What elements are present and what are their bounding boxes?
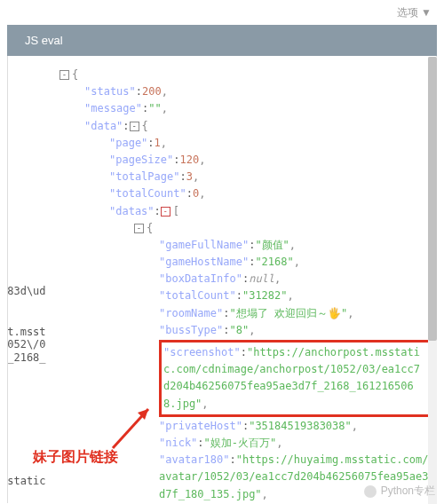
collapse-toggle[interactable]: - [59,70,69,80]
json-value: "颜值" [255,239,289,251]
watermark-text: Python专栏 [381,484,435,499]
json-value: "35184519383038" [249,420,352,432]
collapse-toggle[interactable]: - [130,122,139,131]
json-viewer: d83d\ud st.msst 1052\/0 f_2168_ sstatic … [7,56,437,503]
json-key: "totalPage" [109,170,179,183]
json-value: 120 [179,154,199,166]
json-key: "gameHostName" [159,256,249,268]
json-key: "screenshot" [163,346,241,358]
json-value: 200 [142,85,162,98]
json-value: 1 [155,137,161,149]
scrollbar-thumb[interactable] [428,57,437,341]
collapse-toggle[interactable]: - [134,224,144,233]
json-key: "gameFullName" [159,239,249,251]
json-key: "privateHost" [159,420,242,432]
options-dropdown[interactable]: 选项 ▼ [397,5,432,20]
json-key: "data" [84,120,123,132]
overflow-text: f_2168_ [7,350,52,366]
overflow-text: d83d\ud [7,283,52,300]
json-value: null [249,272,274,285]
json-value: "8" [229,324,249,336]
json-key: "pageSize" [109,154,173,166]
highlighted-field: "screenshot":"https://anchorpost.msstati… [159,340,431,417]
json-value: "" [148,102,161,114]
json-key: "page" [109,137,147,149]
json-key: "totalCount" [109,187,186,200]
json-key: "message" [84,102,142,114]
json-key: "avatar180" [159,453,229,466]
panel-header: JS eval [7,25,437,56]
json-value: "2168" [255,256,293,268]
svg-point-2 [364,485,377,498]
json-key: "bussType" [159,324,223,336]
json-key: "boxDataInfo" [159,272,242,285]
json-value: "31282" [242,289,288,302]
json-value: "娱加-火百万" [204,437,277,449]
annotation-label: 妹子图片链接 [33,448,118,467]
python-icon [363,484,377,499]
json-value: 3 [186,170,193,183]
json-key: "roomName" [159,307,223,319]
json-key: "status" [84,85,136,98]
json-key: "datas" [109,205,155,217]
json-key: "nick" [159,437,197,449]
json-key: "totalCount" [159,289,236,302]
panel-title: JS eval [25,34,63,47]
json-value: "想塌了 欢迎回归～🖐" [229,307,347,319]
overflow-text: sstatic [7,473,52,490]
collapse-toggle[interactable]: - [161,207,170,217]
watermark: Python专栏 [363,484,435,499]
scrollbar[interactable] [428,57,437,504]
